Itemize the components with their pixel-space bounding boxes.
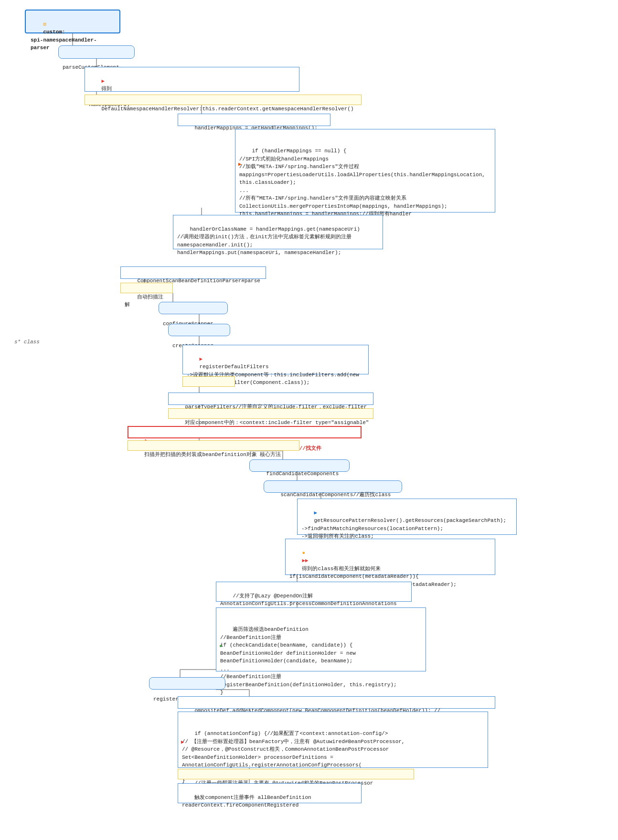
iterate-bean-def-icon: ● [219,642,223,650]
candidate-class-icons: ● [302,550,308,556]
lazy-depend-on-node: //支持了@Lazy @DependOn注解 AnnotationConfigU… [216,582,412,602]
get-namespace-handler-icon: ▶ [101,78,105,84]
parse-type-filters-node: parseTypeFilters//注册自定义的include-filter，e… [168,393,373,405]
auto-annotation-label: 自动扫描注解 [125,294,163,308]
orange-icon: ▶ [238,160,242,169]
left-label: s* class [14,339,40,345]
find-candidate-components-node: findCandidateComponents [249,459,350,472]
register-default-filters-node: ▶ registerDefaultFilters ->设置默认关注的类Compo… [182,345,369,374]
lazy-depend-on-label: //支持了@Lazy @DependOn注解 AnnotationConfigU… [220,593,397,607]
get-resource-pattern-icon: ▶ [314,510,317,516]
fire-component-registered-node: 触发component注册事件 allBeanDefinition reader… [178,783,362,803]
find-candidate-components-label: findCandidateComponents [266,471,339,477]
scan-annotation-node: 扫描并把扫描的类封装成beanDefinition对象 核心方法 [128,440,299,451]
handler-or-classname-label: handlerOrClassName = handlerMappings.get… [177,226,360,256]
candidate-class-icons2: ▶▶ [302,558,308,564]
custom-box-icon: ⊞ [43,21,46,27]
create-scanner-node: createScanner [168,324,230,336]
handler-mappings-node: handlerMappings = getHandlerMappings(); [178,114,330,126]
register-components-node: registerComponents [149,677,225,690]
auto-annotation-node: 自动扫描注解 [120,283,173,293]
fire-component-registered-label: 触发component注册事件 allBeanDefinition reader… [182,795,311,808]
composite-def-node: ompositeDef.addNestedComponent(new BeanC… [178,696,495,709]
register-default-filters-icon: ▶ [199,356,202,362]
left-label-text: s* class [14,339,40,345]
default-ns-handler-node: DefaultNamespaceHandlerResolver:this.rea… [85,95,362,105]
candidate-class-node: ● ▶▶ 得到的class有相关注解就如何来 if(isCandidateCom… [285,539,495,575]
handler-mappings-detail-node: ▶ if (handlerMappings == null) { //SPI方式… [235,129,495,213]
annotation-config-node: ▶ if (annotationConfig) {//如果配置了<context… [178,712,488,768]
iterate-bean-def-node: ● 遍历筛选候选beanDefinition //BeanDefinition注… [216,607,426,671]
default-ns-handler-label: DefaultNamespaceHandlerResolver:this.rea… [101,106,353,112]
scan-candidate-components-node: scanCandidateComponents//遍历找class [264,480,402,493]
context-include-filter-node: 对应component中的：<context:include-filter ty… [168,408,373,419]
handler-or-classname-node: handlerOrClassName = handlerMappings.get… [173,215,383,249]
component-scan-parser-node: ComponentScanBeanDefinitionParser#parse [120,266,266,279]
get-namespace-handler-node: ▶ 得到 namespaceHandler:this.readerContext… [85,67,299,92]
scan-annotation-label: 扫描并把扫描的类封装成beanDefinition对象 核心方法 [144,452,281,457]
diagram-container: ⊞ custom: spi-namespaceHandler-parser pa… [11,5,607,14]
annotation-config-icon: ▶ [181,738,184,746]
autuwired-comment-node: //注册一些帮置注册器，主要有 @Autuwired相关的BeanPostPro… [178,769,414,779]
parseCustomElement-node: parseCustomElement [58,45,135,59]
custom-box: ⊞ custom: spi-namespaceHandler-parser [25,10,120,33]
configure-scanner-node: configureScanner [159,302,228,314]
component-class-node: Component.class [182,376,235,387]
iterate-bean-def-label: 遍历筛选候选beanDefinition //BeanDefinition注册 … [220,627,397,695]
scan-candidate-components-label: scanCandidateComponents//遍历找class [280,492,391,498]
bean-definitions-node: ▶ beanDefinitions = scanner.doScan(baseP… [128,426,362,438]
get-resource-pattern-node: ▶ getResourcePatternResolver().getResour… [297,499,517,535]
